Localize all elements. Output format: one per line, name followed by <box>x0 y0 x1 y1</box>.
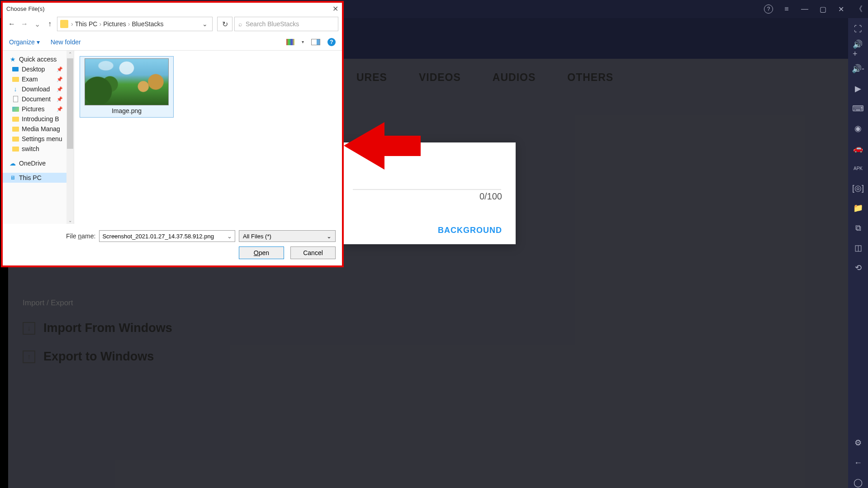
view-dropdown[interactable]: ▾ <box>302 39 304 44</box>
screenshot-icon[interactable]: [◎] <box>853 183 863 194</box>
game-icon[interactable]: 🚗 <box>853 143 863 154</box>
settings-icon[interactable]: ⚙ <box>853 437 863 448</box>
multi-instance-icon[interactable]: ⧉ <box>853 223 863 233</box>
volume-down-icon[interactable]: 🔊- <box>853 63 863 74</box>
document-icon <box>12 95 19 103</box>
filename-dropdown-icon[interactable]: ⌄ <box>227 233 232 240</box>
fullscreen-icon[interactable]: ⛶ <box>853 24 863 34</box>
breadcrumb-sep: › <box>71 20 73 28</box>
nav-forward-button[interactable]: → <box>19 19 30 29</box>
folder-icon <box>12 145 19 152</box>
help-icon[interactable]: ? <box>764 5 773 14</box>
cancel-button[interactable]: Cancel <box>290 246 336 259</box>
tree-introducing[interactable]: Introducing B <box>3 114 74 124</box>
home-icon[interactable]: ◯ <box>853 477 863 488</box>
import-from-windows[interactable]: ↓ Import From Windows <box>23 321 172 335</box>
file-type-filter[interactable]: All Files (*) ⌄ <box>239 230 336 242</box>
tree-scrollbar[interactable]: ⌃ ⌄ <box>66 51 74 224</box>
file-item-image[interactable]: Image.png <box>80 56 174 118</box>
import-label: Import From Windows <box>43 321 172 335</box>
search-icon: ⌕ <box>238 20 242 28</box>
rotate-icon[interactable]: ⟲ <box>853 262 863 273</box>
export-icon: ↑ <box>23 351 35 363</box>
breadcrumb-bluestacks[interactable]: BlueStacks <box>132 20 163 28</box>
folder-icon <box>12 125 19 133</box>
tree-pictures[interactable]: Pictures📌 <box>3 104 74 114</box>
filename-input[interactable]: Screenshot_2021.01.27_14.37.58.912.png ⌄ <box>99 230 235 242</box>
new-folder-button[interactable]: New folder <box>51 38 81 46</box>
dialog-title: Choose File(s) <box>6 5 45 12</box>
tree-desktop[interactable]: Desktop📌 <box>3 64 74 74</box>
dialog-close-button[interactable]: ✕ <box>332 5 338 13</box>
scroll-up-icon[interactable]: ⌃ <box>67 51 73 57</box>
folder-icon[interactable]: 📁 <box>853 203 863 213</box>
card-divider <box>353 189 501 190</box>
breadcrumb-sep: › <box>128 20 130 28</box>
open-button[interactable]: Open <box>239 246 284 259</box>
filter-value: All Files (*) <box>243 233 271 240</box>
dialog-footer: File name: Screenshot_2021.01.27_14.37.5… <box>3 224 342 265</box>
tree-this-pc[interactable]: 🖥This PC <box>3 173 74 183</box>
back-icon[interactable]: ← <box>853 457 863 468</box>
breadcrumb-pictures[interactable]: Pictures <box>103 20 126 28</box>
tree-download[interactable]: ↓Download📌 <box>3 84 74 94</box>
tree-exam[interactable]: Exam📌 <box>3 74 74 84</box>
export-to-windows[interactable]: ↑ Export to Windows <box>23 350 172 364</box>
dialog-body: ★Quick access Desktop📌 Exam📌 ↓Download📌 … <box>3 51 342 224</box>
tab-others[interactable]: OTHERS <box>567 71 613 84</box>
filter-dropdown-icon: ⌄ <box>327 233 332 240</box>
dialog-titlebar: Choose File(s) ✕ <box>3 3 342 14</box>
nav-back-button[interactable]: ← <box>6 19 17 29</box>
layers-icon[interactable]: ◫ <box>853 242 863 253</box>
maximize-button[interactable]: ▢ <box>818 5 827 14</box>
breadcrumb[interactable]: › This PC › Pictures › BlueStacks ⌄ <box>57 17 213 31</box>
keyboard-icon[interactable]: ⌨ <box>853 103 863 114</box>
nav-up-button[interactable]: ↑ <box>44 19 55 29</box>
tree-document[interactable]: Document📌 <box>3 94 74 104</box>
app-right-sidebar: ⛶ 🔊+ 🔊- ▶ ⌨ ◉ 🚗 APK [◎] 📁 ⧉ ◫ ⟲ ⚙ ← ◯ <box>848 18 868 488</box>
download-icon: ↓ <box>12 85 19 93</box>
background-button[interactable]: BACKGROUND <box>438 226 502 235</box>
tab-videos[interactable]: VIDEOS <box>419 71 461 84</box>
help-button[interactable]: ? <box>327 38 336 46</box>
scroll-thumb[interactable] <box>67 58 73 149</box>
star-icon: ★ <box>9 56 16 63</box>
import-export-section: Import / Export ↓ Import From Windows ↑ … <box>23 298 172 378</box>
view-mode-button[interactable] <box>286 39 294 45</box>
nav-recent-dropdown[interactable]: ⌄ <box>32 19 43 29</box>
search-input[interactable]: ⌕ Search BlueStacks <box>234 17 338 31</box>
export-label: Export to Windows <box>43 350 154 364</box>
breadcrumb-root[interactable]: This PC <box>75 20 98 28</box>
file-list: Image.png <box>74 51 342 224</box>
tree-settings-menu[interactable]: Settings menu <box>3 134 74 144</box>
folder-icon <box>60 20 68 28</box>
tree-quick-access[interactable]: ★Quick access <box>3 54 74 64</box>
dialog-toolbar: Organize ▾ New folder ▾ ? <box>3 33 342 51</box>
record-icon[interactable]: ◉ <box>853 123 863 134</box>
volume-up-icon[interactable]: 🔊+ <box>853 43 863 54</box>
file-thumbnail <box>85 58 169 105</box>
preview-pane-button[interactable] <box>311 39 320 45</box>
refresh-button[interactable]: ↻ <box>217 17 232 31</box>
tree-onedrive[interactable]: ☁OneDrive <box>3 158 74 168</box>
folder-tree: ★Quick access Desktop📌 Exam📌 ↓Download📌 … <box>3 51 74 224</box>
menu-icon[interactable]: ≡ <box>782 5 791 14</box>
search-placeholder: Search BlueStacks <box>246 20 299 28</box>
tab-audios[interactable]: AUDIOS <box>493 71 536 84</box>
filename-value: Screenshot_2021.01.27_14.37.58.912.png <box>102 233 214 240</box>
tree-switch[interactable]: switch <box>3 144 74 154</box>
tree-media-manager[interactable]: Media Manag <box>3 124 74 134</box>
pictures-icon <box>12 105 19 113</box>
close-button[interactable]: ✕ <box>836 5 845 14</box>
organize-menu[interactable]: Organize ▾ <box>9 38 40 46</box>
breadcrumb-dropdown[interactable]: ⌄ <box>199 20 210 28</box>
minimize-button[interactable]: — <box>800 5 809 14</box>
apk-icon[interactable]: APK <box>853 163 863 174</box>
play-icon[interactable]: ▶ <box>853 83 863 94</box>
file-name-label: Image.png <box>112 105 142 115</box>
annotation-arrow <box>344 118 421 176</box>
collapse-sidebar-button[interactable]: 《 <box>854 5 863 14</box>
scroll-down-icon[interactable]: ⌄ <box>67 217 73 224</box>
breadcrumb-sep: › <box>99 20 101 28</box>
tab-pictures-partial[interactable]: URES <box>356 71 387 84</box>
